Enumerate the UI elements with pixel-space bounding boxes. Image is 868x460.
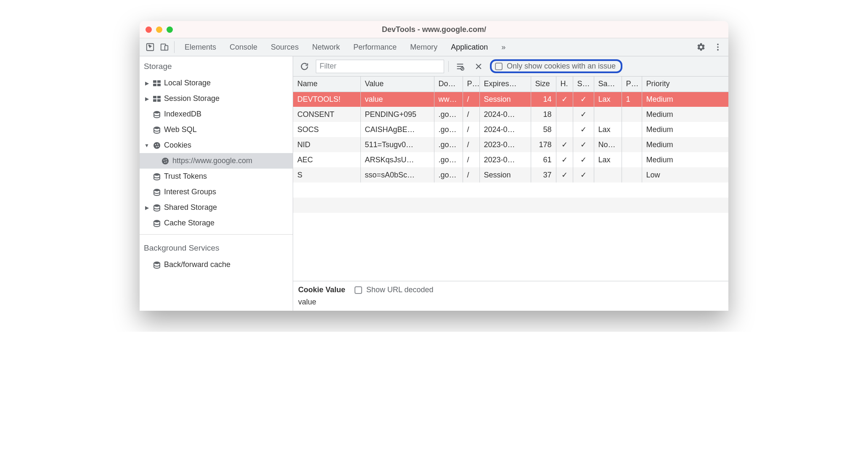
cell-domain[interactable]: .go… bbox=[434, 167, 463, 182]
table-row[interactable]: SOCSCAISHAgBE….go…/2024-0…58✓LaxMedium bbox=[293, 122, 728, 137]
col-expires[interactable]: Expires… bbox=[479, 77, 531, 92]
cell-priority[interactable]: Medium bbox=[642, 107, 728, 122]
cell-domain[interactable]: .go… bbox=[434, 107, 463, 122]
cell-partition[interactable] bbox=[622, 122, 642, 137]
device-toggle-icon[interactable] bbox=[157, 40, 172, 54]
tab-network[interactable]: Network bbox=[312, 43, 340, 52]
cell-priority[interactable]: Medium bbox=[642, 152, 728, 167]
cell-value[interactable]: PENDING+095 bbox=[360, 107, 434, 122]
cell-expires[interactable]: 2023-0… bbox=[479, 137, 531, 152]
col-size[interactable]: Size bbox=[531, 77, 556, 92]
cell-domain[interactable]: ww… bbox=[434, 92, 463, 107]
cell-partition[interactable] bbox=[622, 167, 642, 182]
tab-console[interactable]: Console bbox=[230, 43, 257, 52]
cell-secure[interactable]: ✓ bbox=[573, 92, 594, 107]
col-domain[interactable]: Do… bbox=[434, 77, 463, 92]
col-partition[interactable]: P… bbox=[622, 77, 642, 92]
cell-http[interactable]: ✓ bbox=[556, 167, 573, 182]
tab-performance[interactable]: Performance bbox=[353, 43, 397, 52]
cell-size[interactable]: 58 bbox=[531, 122, 556, 137]
cell-http[interactable] bbox=[556, 107, 573, 122]
col-path[interactable]: P… bbox=[463, 77, 479, 92]
cell-samesite[interactable]: No… bbox=[594, 137, 622, 152]
kebab-menu-icon[interactable] bbox=[711, 40, 725, 54]
sidebar-item-websql[interactable]: Web SQL bbox=[140, 122, 293, 137]
cell-path[interactable]: / bbox=[463, 152, 479, 167]
cell-name[interactable]: NID bbox=[293, 137, 360, 152]
table-row[interactable]: Ssso=sA0bSc….go…/Session37✓✓Low bbox=[293, 167, 728, 182]
cell-path[interactable]: / bbox=[463, 137, 479, 152]
table-row[interactable]: NID511=Tsugv0….go…/2023-0…178✓✓No…Medium bbox=[293, 137, 728, 152]
cell-priority[interactable]: Medium bbox=[642, 92, 728, 107]
table-row[interactable]: DEVTOOLS!valueww…/Session14✓✓Lax1Medium bbox=[293, 92, 728, 107]
cell-http[interactable] bbox=[556, 122, 573, 137]
table-row[interactable]: AECARSKqsJsU….go…/2023-0…61✓✓LaxMedium bbox=[293, 152, 728, 167]
clear-all-icon[interactable] bbox=[453, 59, 467, 74]
sidebar-item-bf-cache[interactable]: Back/forward cache bbox=[140, 257, 293, 272]
cell-name[interactable]: AEC bbox=[293, 152, 360, 167]
cell-http[interactable]: ✓ bbox=[556, 92, 573, 107]
cell-partition[interactable] bbox=[622, 137, 642, 152]
sidebar-item-cookies[interactable]: ▼ Cookies bbox=[140, 137, 293, 153]
tab-sources[interactable]: Sources bbox=[271, 43, 299, 52]
cell-partition[interactable] bbox=[622, 107, 642, 122]
sidebar-item-cookie-origin[interactable]: https://www.google.com bbox=[140, 153, 293, 169]
filter-input[interactable] bbox=[316, 60, 444, 73]
cell-value[interactable]: sso=sA0bSc… bbox=[360, 167, 434, 182]
cell-priority[interactable]: Medium bbox=[642, 122, 728, 137]
cell-expires[interactable]: Session bbox=[479, 167, 531, 182]
delete-icon[interactable] bbox=[471, 59, 486, 74]
col-value[interactable]: Value bbox=[360, 77, 434, 92]
sidebar-item-session-storage[interactable]: ▶ Session Storage bbox=[140, 91, 293, 106]
sidebar-item-indexeddb[interactable]: IndexedDB bbox=[140, 106, 293, 122]
cell-partition[interactable] bbox=[622, 152, 642, 167]
window-maximize-button[interactable] bbox=[167, 26, 173, 33]
col-secure[interactable]: S… bbox=[573, 77, 594, 92]
cell-samesite[interactable] bbox=[594, 107, 622, 122]
cell-http[interactable]: ✓ bbox=[556, 137, 573, 152]
cell-name[interactable]: DEVTOOLS! bbox=[293, 92, 360, 107]
cell-secure[interactable]: ✓ bbox=[573, 152, 594, 167]
cell-expires[interactable]: Session bbox=[479, 92, 531, 107]
cell-secure[interactable]: ✓ bbox=[573, 167, 594, 182]
cell-value[interactable]: CAISHAgBE… bbox=[360, 122, 434, 137]
col-httponly[interactable]: H. bbox=[556, 77, 573, 92]
cell-path[interactable]: / bbox=[463, 167, 479, 182]
cell-http[interactable]: ✓ bbox=[556, 152, 573, 167]
cell-expires[interactable]: 2023-0… bbox=[479, 152, 531, 167]
cell-priority[interactable]: Medium bbox=[642, 137, 728, 152]
cell-domain[interactable]: .go… bbox=[434, 152, 463, 167]
cell-samesite[interactable]: Lax bbox=[594, 92, 622, 107]
url-decoded-toggle[interactable]: Show URL decoded bbox=[355, 286, 433, 294]
cell-domain[interactable]: .go… bbox=[434, 122, 463, 137]
issues-filter-highlighted[interactable]: Only show cookies with an issue bbox=[490, 59, 622, 73]
tab-elements[interactable]: Elements bbox=[185, 43, 216, 52]
cell-value[interactable]: 511=Tsugv0… bbox=[360, 137, 434, 152]
cell-size[interactable]: 18 bbox=[531, 107, 556, 122]
cell-name[interactable]: CONSENT bbox=[293, 107, 360, 122]
cell-domain[interactable]: .go… bbox=[434, 137, 463, 152]
cell-path[interactable]: / bbox=[463, 92, 479, 107]
inspect-element-icon[interactable] bbox=[143, 40, 157, 54]
cell-path[interactable]: / bbox=[463, 107, 479, 122]
cell-partition[interactable]: 1 bbox=[622, 92, 642, 107]
refresh-icon[interactable] bbox=[297, 59, 312, 74]
cell-path[interactable]: / bbox=[463, 122, 479, 137]
cell-size[interactable]: 61 bbox=[531, 152, 556, 167]
issues-checkbox[interactable] bbox=[495, 63, 503, 70]
cell-samesite[interactable] bbox=[594, 167, 622, 182]
cell-value[interactable]: value bbox=[360, 92, 434, 107]
cell-name[interactable]: S bbox=[293, 167, 360, 182]
cell-samesite[interactable]: Lax bbox=[594, 122, 622, 137]
window-minimize-button[interactable] bbox=[156, 26, 162, 33]
tab-memory[interactable]: Memory bbox=[410, 43, 437, 52]
sidebar-item-shared-storage[interactable]: ▶ Shared Storage bbox=[140, 200, 293, 215]
sidebar-item-local-storage[interactable]: ▶ Local Storage bbox=[140, 75, 293, 91]
col-priority[interactable]: Priority bbox=[642, 77, 728, 92]
cell-samesite[interactable]: Lax bbox=[594, 152, 622, 167]
cell-secure[interactable]: ✓ bbox=[573, 122, 594, 137]
col-name[interactable]: Name bbox=[293, 77, 360, 92]
sidebar-item-interest-groups[interactable]: Interest Groups bbox=[140, 184, 293, 200]
cell-size[interactable]: 178 bbox=[531, 137, 556, 152]
tabs-overflow-icon[interactable]: » bbox=[501, 43, 505, 52]
